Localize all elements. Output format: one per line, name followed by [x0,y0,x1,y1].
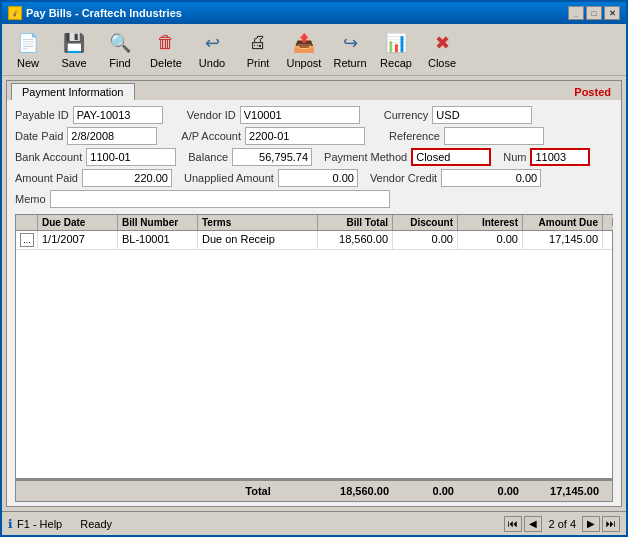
recap-button[interactable]: 📊 Recap [374,27,418,73]
page-info: 2 of 4 [544,518,580,530]
col-bill-number: Bill Number [118,215,198,230]
status-left: ℹ F1 - Help Ready [8,517,112,531]
help-text: F1 - Help [17,518,62,530]
close-window-button[interactable]: ✕ [604,6,620,20]
delete-icon: 🗑 [154,31,178,55]
unpost-label: Unpost [287,57,322,69]
print-button[interactable]: 🖨 Print [236,27,280,73]
undo-button[interactable]: ↩ Undo [190,27,234,73]
help-icon: ℹ [8,517,13,531]
payable-id-input[interactable] [73,106,163,124]
payment-method-label: Payment Method [324,151,407,163]
recap-icon: 📊 [384,31,408,55]
memo-label: Memo [15,193,46,205]
bank-account-input[interactable] [86,148,176,166]
first-page-button[interactable]: ⏮ [504,516,522,532]
return-label: Return [333,57,366,69]
payment-information-tab[interactable]: Payment Information [11,83,135,100]
content-area: Payment Information Posted Payable ID Ve… [2,76,626,511]
recap-label: Recap [380,57,412,69]
total-label: Total [198,483,318,499]
new-label: New [17,57,39,69]
save-icon: 💾 [62,31,86,55]
row-bill-number: BL-10001 [118,231,198,249]
close-icon: ✖ [430,31,454,55]
unpost-button[interactable]: 📤 Unpost [282,27,326,73]
num-input[interactable] [530,148,590,166]
amount-paid-label: Amount Paid [15,172,78,184]
close-label: Close [428,57,456,69]
return-icon: ↪ [338,31,362,55]
unapplied-input[interactable] [278,169,358,187]
panel-tab-bar: Payment Information Posted [7,81,621,100]
status-bar: ℹ F1 - Help Ready ⏮ ◀ 2 of 4 ▶ ⏭ [2,511,626,535]
save-label: Save [61,57,86,69]
app-icon: 💰 [8,6,22,20]
delete-label: Delete [150,57,182,69]
total-spacer2 [38,483,118,499]
status-ready: Ready [80,518,112,530]
find-button[interactable]: 🔍 Find [98,27,142,73]
maximize-button[interactable]: □ [586,6,602,20]
expand-button[interactable]: ... [20,233,34,247]
date-paid-label: Date Paid [15,130,63,142]
payment-panel: Payment Information Posted Payable ID Ve… [6,80,622,507]
form-row-5: Memo [15,190,613,208]
unapplied-label: Unapplied Amount [184,172,274,184]
print-label: Print [247,57,270,69]
amount-paid-input[interactable] [82,169,172,187]
return-button[interactable]: ↪ Return [328,27,372,73]
row-expand[interactable]: ... [16,231,38,249]
total-discount: 0.00 [393,483,458,499]
undo-icon: ↩ [200,31,224,55]
prev-page-button[interactable]: ◀ [524,516,542,532]
row-discount: 0.00 [393,231,458,249]
grid-container: Due Date Bill Number Terms Bill Total Di… [15,214,613,502]
row-interest: 0.00 [458,231,523,249]
undo-label: Undo [199,57,225,69]
reference-input[interactable] [444,127,544,145]
col-amount-due: Amount Due [523,215,603,230]
vendor-credit-label: Vendor Credit [370,172,437,184]
posted-label: Posted [574,86,617,100]
vendor-id-input[interactable] [240,106,360,124]
total-spacer3 [118,483,198,499]
bank-account-label: Bank Account [15,151,82,163]
unpost-icon: 📤 [292,31,316,55]
col-paid: Paid [603,215,613,230]
table-row: ... 1/1/2007 BL-10001 Due on Receip 18,5… [16,231,612,250]
toolbar: 📄 New 💾 Save 🔍 Find 🗑 Delete ↩ Undo 🖨 Pr… [2,24,626,76]
last-page-button[interactable]: ⏭ [602,516,620,532]
vendor-credit-input[interactable] [441,169,541,187]
minimize-button[interactable]: _ [568,6,584,20]
row-paid[interactable] [603,231,613,249]
window-controls: _ □ ✕ [568,6,620,20]
form-row-2: Date Paid A/P Account Reference [15,127,613,145]
currency-label: Currency [384,109,429,121]
status-right: ⏮ ◀ 2 of 4 ▶ ⏭ [504,516,620,532]
ap-account-input[interactable] [245,127,365,145]
new-button[interactable]: 📄 New [6,27,50,73]
delete-button[interactable]: 🗑 Delete [144,27,188,73]
col-due-date: Due Date [38,215,118,230]
col-interest: Interest [458,215,523,230]
currency-input[interactable] [432,106,532,124]
window-title: Pay Bills - Craftech Industries [26,7,182,19]
total-paid-spacer [603,483,613,499]
find-icon: 🔍 [108,31,132,55]
total-spacer [16,483,38,499]
next-page-button[interactable]: ▶ [582,516,600,532]
payment-method-input[interactable] [411,148,491,166]
balance-input[interactable] [232,148,312,166]
close-button[interactable]: ✖ Close [420,27,464,73]
memo-input[interactable] [50,190,390,208]
form-row-1: Payable ID Vendor ID Currency [15,106,613,124]
date-paid-input[interactable] [67,127,157,145]
form-area: Payable ID Vendor ID Currency Date Paid … [7,100,621,214]
ap-account-label: A/P Account [181,130,241,142]
grid-body: ... 1/1/2007 BL-10001 Due on Receip 18,5… [15,230,613,479]
col-discount: Discount [393,215,458,230]
row-due-date: 1/1/2007 [38,231,118,249]
row-bill-total: 18,560.00 [318,231,393,249]
save-button[interactable]: 💾 Save [52,27,96,73]
